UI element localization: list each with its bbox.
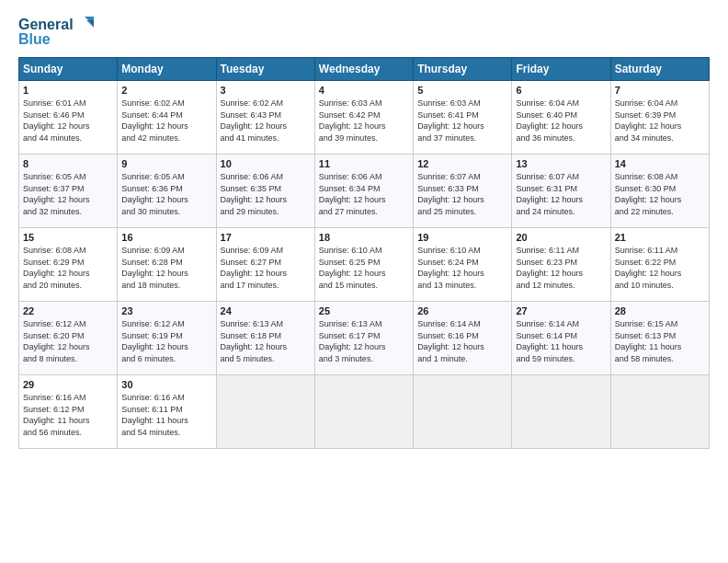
day-cell <box>512 375 610 449</box>
day-number: 23 <box>121 305 211 316</box>
day-number: 27 <box>516 305 606 316</box>
day-info: Sunrise: 6:14 AM Sunset: 6:14 PM Dayligh… <box>516 318 606 364</box>
day-number: 16 <box>121 232 211 243</box>
day-cell: 12Sunrise: 6:07 AM Sunset: 6:33 PM Dayli… <box>414 155 512 228</box>
day-info: Sunrise: 6:15 AM Sunset: 6:13 PM Dayligh… <box>615 318 705 364</box>
day-cell: 19Sunrise: 6:10 AM Sunset: 6:24 PM Dayli… <box>414 228 512 302</box>
day-number: 1 <box>23 85 113 96</box>
day-cell <box>314 375 413 449</box>
header: General Blue <box>18 15 710 48</box>
day-info: Sunrise: 6:11 AM Sunset: 6:23 PM Dayligh… <box>516 245 606 291</box>
day-info: Sunrise: 6:08 AM Sunset: 6:29 PM Dayligh… <box>23 245 113 291</box>
day-info: Sunrise: 6:03 AM Sunset: 6:41 PM Dayligh… <box>417 98 507 144</box>
day-cell: 5Sunrise: 6:03 AM Sunset: 6:41 PM Daylig… <box>414 81 512 155</box>
week-row-3: 15Sunrise: 6:08 AM Sunset: 6:29 PM Dayli… <box>19 228 710 302</box>
day-cell: 13Sunrise: 6:07 AM Sunset: 6:31 PM Dayli… <box>512 155 610 228</box>
day-info: Sunrise: 6:07 AM Sunset: 6:31 PM Dayligh… <box>516 171 606 217</box>
day-number: 21 <box>615 232 705 243</box>
day-cell: 6Sunrise: 6:04 AM Sunset: 6:40 PM Daylig… <box>512 81 610 155</box>
col-header-saturday: Saturday <box>610 58 709 81</box>
page: General Blue SundayMondayTuesdayWednesda… <box>0 0 728 458</box>
day-cell: 24Sunrise: 6:13 AM Sunset: 6:18 PM Dayli… <box>216 302 314 375</box>
day-number: 15 <box>23 232 113 243</box>
day-info: Sunrise: 6:02 AM Sunset: 6:44 PM Dayligh… <box>121 98 211 144</box>
day-cell: 25Sunrise: 6:13 AM Sunset: 6:17 PM Dayli… <box>314 302 413 375</box>
day-number: 7 <box>615 85 705 96</box>
week-row-4: 22Sunrise: 6:12 AM Sunset: 6:20 PM Dayli… <box>19 302 710 375</box>
day-info: Sunrise: 6:11 AM Sunset: 6:22 PM Dayligh… <box>615 245 705 291</box>
day-info: Sunrise: 6:12 AM Sunset: 6:19 PM Dayligh… <box>121 318 211 364</box>
day-cell: 18Sunrise: 6:10 AM Sunset: 6:25 PM Dayli… <box>314 228 413 302</box>
day-number: 11 <box>319 158 409 169</box>
day-cell: 26Sunrise: 6:14 AM Sunset: 6:16 PM Dayli… <box>414 302 512 375</box>
day-info: Sunrise: 6:05 AM Sunset: 6:37 PM Dayligh… <box>23 171 113 217</box>
day-number: 4 <box>319 85 409 96</box>
day-number: 9 <box>121 158 211 169</box>
day-cell: 1Sunrise: 6:01 AM Sunset: 6:46 PM Daylig… <box>19 81 118 155</box>
day-number: 3 <box>221 85 311 96</box>
day-info: Sunrise: 6:14 AM Sunset: 6:16 PM Dayligh… <box>417 318 507 364</box>
day-number: 24 <box>221 305 311 316</box>
day-number: 17 <box>221 232 311 243</box>
day-info: Sunrise: 6:04 AM Sunset: 6:39 PM Dayligh… <box>615 98 705 144</box>
day-info: Sunrise: 6:01 AM Sunset: 6:46 PM Dayligh… <box>23 98 113 144</box>
day-number: 8 <box>23 158 113 169</box>
day-info: Sunrise: 6:16 AM Sunset: 6:11 PM Dayligh… <box>121 392 211 438</box>
week-row-1: 1Sunrise: 6:01 AM Sunset: 6:46 PM Daylig… <box>19 81 710 155</box>
day-number: 22 <box>23 305 113 316</box>
day-number: 13 <box>516 158 606 169</box>
day-info: Sunrise: 6:10 AM Sunset: 6:25 PM Dayligh… <box>319 245 409 291</box>
day-info: Sunrise: 6:06 AM Sunset: 6:35 PM Dayligh… <box>221 171 311 217</box>
day-cell: 4Sunrise: 6:03 AM Sunset: 6:42 PM Daylig… <box>314 81 413 155</box>
col-header-sunday: Sunday <box>19 58 118 81</box>
week-row-2: 8Sunrise: 6:05 AM Sunset: 6:37 PM Daylig… <box>19 155 710 228</box>
day-cell: 11Sunrise: 6:06 AM Sunset: 6:34 PM Dayli… <box>314 155 413 228</box>
day-info: Sunrise: 6:12 AM Sunset: 6:20 PM Dayligh… <box>23 318 113 364</box>
day-info: Sunrise: 6:16 AM Sunset: 6:12 PM Dayligh… <box>23 392 113 438</box>
day-number: 14 <box>615 158 705 169</box>
day-cell: 7Sunrise: 6:04 AM Sunset: 6:39 PM Daylig… <box>610 81 709 155</box>
day-info: Sunrise: 6:03 AM Sunset: 6:42 PM Dayligh… <box>319 98 409 144</box>
day-number: 26 <box>417 305 507 316</box>
day-info: Sunrise: 6:07 AM Sunset: 6:33 PM Dayligh… <box>417 171 507 217</box>
day-cell: 28Sunrise: 6:15 AM Sunset: 6:13 PM Dayli… <box>610 302 709 375</box>
logo: General Blue <box>18 15 96 48</box>
day-number: 12 <box>417 158 507 169</box>
day-cell: 10Sunrise: 6:06 AM Sunset: 6:35 PM Dayli… <box>216 155 314 228</box>
day-cell: 20Sunrise: 6:11 AM Sunset: 6:23 PM Dayli… <box>512 228 610 302</box>
week-row-5: 29Sunrise: 6:16 AM Sunset: 6:12 PM Dayli… <box>19 375 710 449</box>
day-info: Sunrise: 6:05 AM Sunset: 6:36 PM Dayligh… <box>121 171 211 217</box>
col-header-monday: Monday <box>118 58 216 81</box>
day-cell <box>414 375 512 449</box>
day-cell: 16Sunrise: 6:09 AM Sunset: 6:28 PM Dayli… <box>118 228 216 302</box>
day-cell: 23Sunrise: 6:12 AM Sunset: 6:19 PM Dayli… <box>118 302 216 375</box>
day-info: Sunrise: 6:04 AM Sunset: 6:40 PM Dayligh… <box>516 98 606 144</box>
day-number: 25 <box>319 305 409 316</box>
day-info: Sunrise: 6:09 AM Sunset: 6:28 PM Dayligh… <box>121 245 211 291</box>
day-number: 28 <box>615 305 705 316</box>
day-number: 10 <box>221 158 311 169</box>
day-cell: 3Sunrise: 6:02 AM Sunset: 6:43 PM Daylig… <box>216 81 314 155</box>
logo-blue: Blue <box>18 31 51 48</box>
day-cell: 15Sunrise: 6:08 AM Sunset: 6:29 PM Dayli… <box>19 228 118 302</box>
day-cell: 27Sunrise: 6:14 AM Sunset: 6:14 PM Dayli… <box>512 302 610 375</box>
day-cell: 8Sunrise: 6:05 AM Sunset: 6:37 PM Daylig… <box>19 155 118 228</box>
day-number: 5 <box>417 85 507 96</box>
day-cell: 30Sunrise: 6:16 AM Sunset: 6:11 PM Dayli… <box>118 375 216 449</box>
svg-marker-1 <box>86 20 94 28</box>
day-cell: 17Sunrise: 6:09 AM Sunset: 6:27 PM Dayli… <box>216 228 314 302</box>
col-header-friday: Friday <box>512 58 610 81</box>
day-cell: 29Sunrise: 6:16 AM Sunset: 6:12 PM Dayli… <box>19 375 118 449</box>
day-info: Sunrise: 6:08 AM Sunset: 6:30 PM Dayligh… <box>615 171 705 217</box>
day-cell <box>610 375 709 449</box>
day-info: Sunrise: 6:10 AM Sunset: 6:24 PM Dayligh… <box>417 245 507 291</box>
day-cell: 22Sunrise: 6:12 AM Sunset: 6:20 PM Dayli… <box>19 302 118 375</box>
logo-text-block: General Blue <box>18 15 96 48</box>
day-info: Sunrise: 6:13 AM Sunset: 6:17 PM Dayligh… <box>319 318 409 364</box>
day-number: 6 <box>516 85 606 96</box>
day-info: Sunrise: 6:13 AM Sunset: 6:18 PM Dayligh… <box>221 318 311 364</box>
header-row: SundayMondayTuesdayWednesdayThursdayFrid… <box>19 58 710 81</box>
day-cell <box>216 375 314 449</box>
day-number: 20 <box>516 232 606 243</box>
day-cell: 21Sunrise: 6:11 AM Sunset: 6:22 PM Dayli… <box>610 228 709 302</box>
